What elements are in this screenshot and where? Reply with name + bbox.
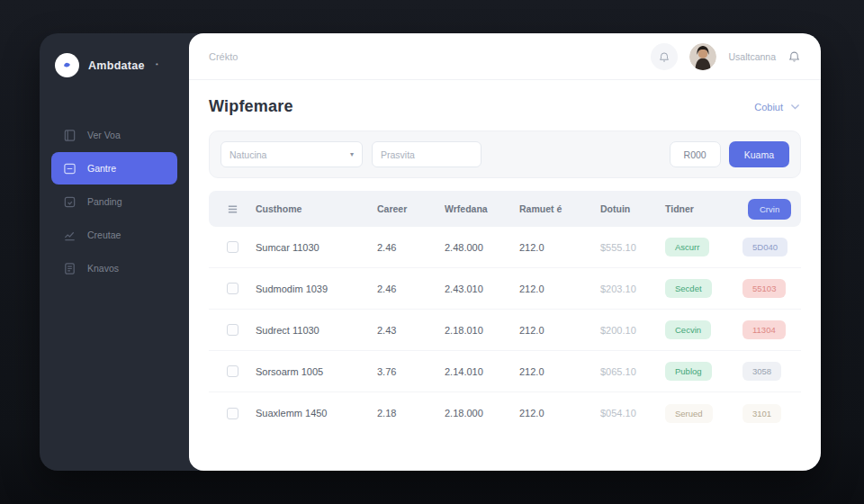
cell-ramuet: 212.0 <box>519 408 600 418</box>
table-header-button[interactable]: Crvin <box>748 199 791 220</box>
tag-badge: 5D040 <box>742 238 788 256</box>
sidebar: Ambdatae * Ver Voa Gantre Panding <box>40 33 189 471</box>
sidebar-item-label: Ver Voa <box>87 130 121 140</box>
cell-customer: Sorsoarm 1005 <box>256 366 377 377</box>
bell-icon <box>658 50 670 63</box>
primary-button[interactable]: Kuama <box>729 141 789 167</box>
cell-dotuin: $203.10 <box>600 284 665 294</box>
dashboard-icon <box>63 162 76 176</box>
topbar: Crékto Usaltcanna <box>189 33 821 80</box>
cell-dotuin: $555.10 <box>600 242 665 253</box>
status-badge: Serued <box>665 404 713 423</box>
cell-wrfedana: 2.14.010 <box>445 366 519 377</box>
sidebar-item-label: Gantre <box>87 163 116 174</box>
filter-actions: R000 Kuama <box>670 141 789 167</box>
book-icon <box>63 129 76 142</box>
hamburger-icon[interactable] <box>209 203 256 215</box>
row-checkbox[interactable] <box>227 324 238 336</box>
sidebar-item-panding[interactable]: Panding <box>51 185 177 218</box>
cell-wrfedana: 2.18.000 <box>445 408 519 418</box>
cell-dotuin: $054.10 <box>600 408 665 418</box>
cell-ramuet: 212.0 <box>519 366 600 377</box>
status-badge: Ascurr <box>665 238 709 256</box>
tag-badge: 11304 <box>742 320 786 339</box>
cell-wrfedana: 2.48.000 <box>445 242 519 253</box>
search-placeholder: Prasvita <box>381 149 415 160</box>
logo: Ambdatae * <box>51 50 177 77</box>
page-action-link[interactable]: Cobiut <box>754 101 801 112</box>
search-input[interactable]: Prasvita <box>372 141 482 167</box>
data-table: Custhome Career Wrfedana Ramuet é Dotuin… <box>209 191 801 434</box>
tag-badge: 3058 <box>742 362 781 381</box>
cell-dotuin: $065.10 <box>600 366 665 377</box>
chart-icon <box>63 229 76 242</box>
breadcrumb: Crékto <box>209 51 238 62</box>
cell-customer: Sumcar 11030 <box>256 242 377 253</box>
inbox-icon <box>63 195 76 209</box>
col-career[interactable]: Career <box>377 203 445 214</box>
cell-career: 2.46 <box>377 242 445 253</box>
cell-career: 2.18 <box>377 408 445 418</box>
cell-ramuet: 212.0 <box>519 284 600 294</box>
col-customer[interactable]: Custhome <box>256 203 377 214</box>
cell-wrfedana: 2.18.010 <box>445 325 519 336</box>
sidebar-item-label: Knavos <box>87 263 119 274</box>
sidebar-item-label: Panding <box>87 196 122 207</box>
filter-panel: Natucina ▾ Prasvita R000 Kuama <box>209 130 801 178</box>
page-title: Wipfemare <box>209 97 293 116</box>
caret-down-icon: ▾ <box>350 150 354 158</box>
col-dotuin[interactable]: Dotuin <box>600 203 665 214</box>
sidebar-item-gantre[interactable]: Gantre <box>51 152 177 184</box>
status-badge: Secdet <box>665 279 712 298</box>
page-header: Wipfemare Cobiut <box>189 80 821 128</box>
invoice-icon <box>63 262 76 275</box>
sidebar-menu: Ver Voa Gantre Panding Creutae <box>51 119 177 284</box>
row-checkbox[interactable] <box>227 283 238 294</box>
row-checkbox[interactable] <box>227 365 238 377</box>
tag-badge: 3101 <box>742 404 781 423</box>
filter-select-placeholder: Natucina <box>230 149 266 160</box>
col-wrfedana[interactable]: Wrfedana <box>445 203 519 214</box>
chevron-down-icon <box>789 101 801 112</box>
sidebar-item-creutae[interactable]: Creutae <box>51 219 177 251</box>
cell-ramuet: 212.0 <box>519 242 600 253</box>
row-checkbox[interactable] <box>227 241 238 253</box>
topbar-right: Usaltcanna <box>651 43 801 70</box>
table-row[interactable]: Sudmodim 1039 2.46 2.43.010 212.0 $203.1… <box>209 268 801 310</box>
app-title: Ambdatae <box>88 59 145 72</box>
app-window: Ambdatae * Ver Voa Gantre Panding <box>40 33 821 471</box>
logo-blob-icon <box>55 53 79 77</box>
avatar[interactable] <box>689 43 716 70</box>
user-name: Usaltcanna <box>728 51 776 62</box>
row-checkbox[interactable] <box>227 408 238 419</box>
sidebar-item-vervoa[interactable]: Ver Voa <box>51 119 177 151</box>
cell-career: 2.46 <box>377 284 445 294</box>
alerts-button[interactable] <box>651 43 678 70</box>
status-badge: Publog <box>665 362 712 381</box>
table-row[interactable]: Sorsoarm 1005 3.76 2.14.010 212.0 $065.1… <box>209 351 801 392</box>
table-row[interactable]: Suaxlemm 1450 2.18 2.18.000 212.0 $054.1… <box>209 392 801 434</box>
cell-ramuet: 212.0 <box>519 325 600 336</box>
cell-customer: Sudrect 11030 <box>256 325 377 336</box>
cell-career: 3.76 <box>377 366 445 377</box>
col-ramuet[interactable]: Ramuet é <box>519 203 600 214</box>
col-tidner[interactable]: Tidner <box>665 203 742 214</box>
sidebar-item-knavos[interactable]: Knavos <box>51 252 177 284</box>
status-badge: Cecvin <box>665 320 711 339</box>
cell-career: 2.43 <box>377 325 445 336</box>
notifications-icon[interactable] <box>788 50 801 63</box>
main-panel: Crékto Usaltcanna <box>189 33 821 471</box>
cell-customer: Suaxlemm 1450 <box>256 408 377 418</box>
tag-badge: 55103 <box>742 279 786 298</box>
sidebar-item-label: Creutae <box>87 230 121 240</box>
filter-select[interactable]: Natucina ▾ <box>220 141 363 167</box>
table-row[interactable]: Sudrect 11030 2.43 2.18.010 212.0 $200.1… <box>209 310 801 351</box>
table-header: Custhome Career Wrfedana Ramuet é Dotuin… <box>209 191 801 227</box>
page-action-label: Cobiut <box>754 102 783 112</box>
secondary-button[interactable]: R000 <box>670 141 721 167</box>
logo-mark: * <box>156 61 158 69</box>
cell-wrfedana: 2.43.010 <box>445 284 519 294</box>
cell-customer: Sudmodim 1039 <box>256 284 377 294</box>
cell-dotuin: $200.10 <box>600 325 665 336</box>
table-row[interactable]: Sumcar 11030 2.46 2.48.000 212.0 $555.10… <box>209 227 801 268</box>
